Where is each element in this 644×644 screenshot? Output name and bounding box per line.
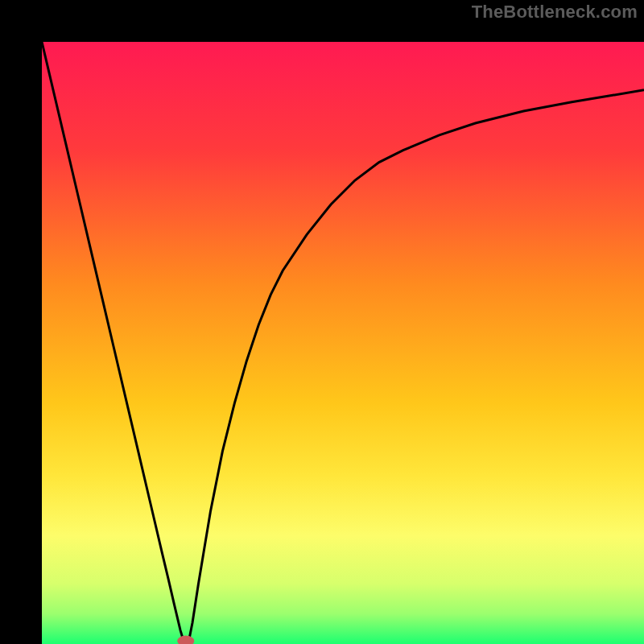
gradient-background: [42, 42, 644, 644]
chart-frame: [0, 0, 644, 644]
watermark-text: TheBottleneck.com: [472, 2, 638, 23]
plot-area: [42, 42, 644, 644]
chart-svg: [42, 42, 644, 644]
